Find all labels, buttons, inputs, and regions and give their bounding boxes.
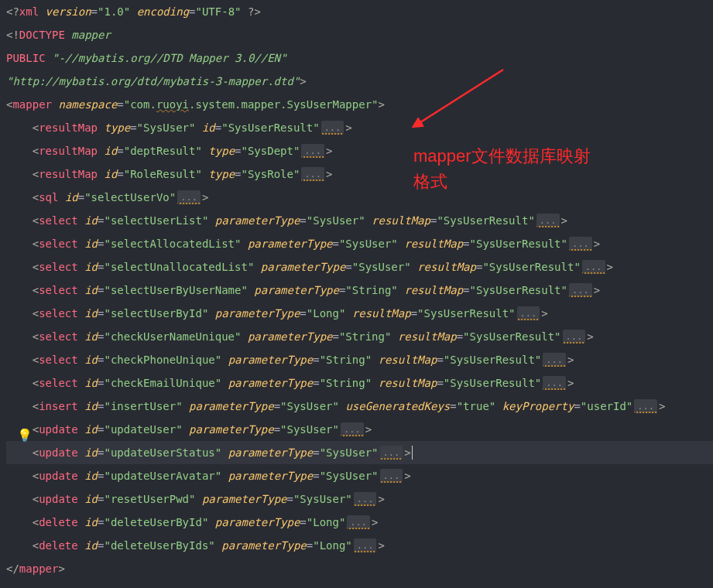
fold-indicator[interactable]: ... bbox=[380, 446, 403, 460]
fold-indicator[interactable]: ... bbox=[341, 422, 364, 436]
fold-indicator[interactable]: ... bbox=[321, 121, 345, 135]
xml-decl-tag: xml bbox=[19, 0, 39, 23]
intention-bulb-icon[interactable]: 💡 bbox=[17, 424, 33, 447]
fold-indicator[interactable]: ... bbox=[634, 399, 657, 413]
fold-indicator[interactable]: ... bbox=[563, 330, 586, 344]
fold-indicator[interactable]: ... bbox=[177, 190, 201, 204]
fold-indicator[interactable]: ... bbox=[543, 376, 566, 390]
fold-indicator[interactable]: ... bbox=[347, 515, 370, 529]
code-line[interactable]: <update id="updateUserAvatar" parameterT… bbox=[6, 464, 713, 487]
code-line[interactable]: <resultMap type="SysUser" id="SysUserRes… bbox=[6, 116, 713, 139]
code-line-active[interactable]: <update id="updateUserStatus" parameterT… bbox=[6, 441, 713, 464]
fold-indicator[interactable]: ... bbox=[354, 492, 377, 506]
fold-indicator[interactable]: ... bbox=[582, 260, 605, 274]
fold-indicator[interactable]: ... bbox=[536, 214, 560, 227]
xml-decl-open: <? bbox=[6, 0, 19, 23]
code-line[interactable]: <update id="resetUserPwd" parameterType=… bbox=[6, 487, 713, 511]
code-line[interactable]: <delete id="deleteUserByIds" parameterTy… bbox=[6, 534, 713, 557]
text-cursor bbox=[412, 446, 413, 460]
code-line[interactable]: <select id="checkEmailUnique" parameterT… bbox=[6, 371, 713, 395]
code-line[interactable]: <select id="checkUserNameUnique" paramet… bbox=[6, 325, 713, 348]
code-line[interactable]: <insert id="insertUser" parameterType="S… bbox=[6, 395, 713, 418]
code-line[interactable]: <select id="selectUserByUserName" parame… bbox=[6, 279, 713, 302]
fold-indicator[interactable]: ... bbox=[517, 306, 540, 320]
code-line[interactable]: <select id="checkPhoneUnique" parameterT… bbox=[6, 348, 713, 371]
code-line[interactable]: <select id="selectAllocatedList" paramet… bbox=[6, 232, 713, 255]
code-line[interactable]: <delete id="deleteUserById" parameterTyp… bbox=[6, 511, 713, 534]
fold-indicator[interactable]: ... bbox=[569, 237, 592, 251]
code-line[interactable]: <sql id="selectUserVo"...> bbox=[6, 186, 713, 209]
code-line[interactable]: <update id="updateUser" parameterType="S… bbox=[6, 418, 713, 441]
code-line[interactable]: <select id="selectUserById" parameterTyp… bbox=[6, 302, 713, 325]
code-editor[interactable]: <?xml version="1.0" encoding="UTF-8" ?> … bbox=[0, 0, 713, 580]
fold-indicator[interactable]: ... bbox=[301, 167, 324, 181]
fold-indicator[interactable]: ... bbox=[380, 469, 403, 483]
code-line[interactable]: PUBLIC "-//mybatis.org//DTD Mapper 3.0//… bbox=[6, 46, 713, 70]
fold-indicator[interactable]: ... bbox=[301, 144, 324, 158]
fold-indicator[interactable]: ... bbox=[569, 283, 592, 297]
fold-indicator[interactable]: ... bbox=[354, 538, 377, 552]
code-line[interactable]: <select id="selectUserList" parameterTyp… bbox=[6, 209, 713, 232]
code-line[interactable]: <resultMap id="RoleResult" type="SysRole… bbox=[6, 162, 713, 186]
code-line[interactable]: <mapper namespace="com.ruoyi.system.mapp… bbox=[6, 93, 713, 116]
fold-indicator[interactable]: ... bbox=[543, 353, 566, 367]
code-line[interactable]: <?xml version="1.0" encoding="UTF-8" ?> bbox=[6, 0, 713, 23]
code-line[interactable]: "http://mybatis.org/dtd/mybatis-3-mapper… bbox=[6, 70, 713, 93]
code-line[interactable]: <!DOCTYPE mapper bbox=[6, 23, 713, 46]
code-line[interactable]: <select id="selectUnallocatedList" param… bbox=[6, 255, 713, 279]
code-line[interactable]: <resultMap id="deptResult" type="SysDept… bbox=[6, 139, 713, 162]
code-line[interactable]: </mapper> bbox=[6, 557, 713, 580]
